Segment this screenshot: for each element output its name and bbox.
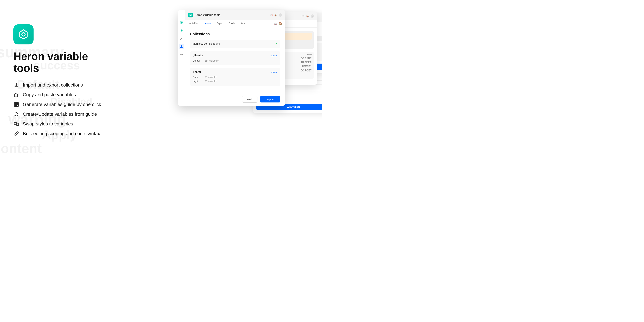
palette-update-btn[interactable]: update [271, 54, 278, 57]
success-var-value: DCFCE7 [301, 69, 312, 72]
home-icon-guide: 🏠 [306, 15, 309, 18]
svg-rect-3 [14, 122, 16, 124]
info-var-value: DBEAFE [301, 57, 312, 60]
feature-text-swap: Swap styles to variables [23, 121, 73, 126]
window-content-main: Collections Manifest.json file found ✓ _… [185, 27, 285, 93]
feature-text-import-export: Import and export collections [23, 82, 83, 88]
feature-item-guide: Generate variables guide by one click [14, 102, 107, 108]
feature-item-copy-paste: Copy and paste variables [14, 92, 107, 98]
palette-collection-block: _Palette update Default 264 variables [190, 51, 280, 66]
book-icon-guide: 📖 [302, 15, 304, 18]
right-panel: able tools 📖 🏠 ✕ port Export Guide Swap … [121, 0, 322, 161]
window-actions-guide: 📖 🏠 ✕ [302, 14, 314, 18]
sidebar-icon-lightning[interactable] [179, 28, 184, 33]
nav-home-icon: 🏠 [279, 22, 282, 25]
swap-icon [14, 121, 20, 127]
feature-text-copy-paste: Copy and paste variables [23, 92, 76, 98]
palette-default-count: 264 variables [204, 59, 218, 62]
left-panel: Heron variable tools Import and export c… [7, 0, 114, 161]
sidebar-icon-tool[interactable] [179, 36, 184, 41]
sidebar-icon-variables[interactable] [179, 20, 184, 25]
book-icon-main: 📖 [270, 14, 272, 16]
plugin-icon-main [188, 13, 193, 18]
sidebar-icon-json[interactable]: JSON [179, 52, 184, 57]
feature-list: Import and export collections Copy and p… [14, 82, 107, 137]
feature-text-create-update: Create/Update variables from guide [23, 112, 97, 117]
window-actions-main: 📖 🏠 ✕ [270, 14, 282, 17]
theme-dark-count: 55 variables [204, 76, 217, 78]
book-icon [14, 102, 20, 108]
feature-item-bulk: Bulk editing scoping and code syntax [14, 131, 107, 137]
feature-item-import-export: Import and export collections [14, 82, 107, 88]
manifest-found-row: Manifest.json file found ✓ [190, 40, 280, 48]
sidebar-icon-import[interactable] [179, 44, 184, 49]
theme-collection-header: Theme update [193, 70, 278, 74]
nav-tab-import[interactable]: Import [203, 20, 212, 27]
manifest-status-text: Manifest.json file found [192, 42, 220, 45]
feature-text-bulk: Bulk editing scoping and code syntax [23, 131, 100, 136]
palette-collection-header: _Palette update [193, 54, 278, 57]
collections-section-title: Collections [190, 32, 280, 36]
theme-light-mode: Light 55 variables [193, 79, 278, 83]
warning-var-value: FFEDD5 [301, 61, 312, 64]
svg-point-7 [190, 15, 191, 16]
app-title: Heron variable tools [14, 50, 107, 74]
feature-text-guide: Generate variables guide by one click [23, 102, 101, 107]
window-title-left-main: Heron variable tools [188, 13, 220, 18]
value-col-header: Value [307, 54, 312, 56]
theme-dark-mode-name: Dark [193, 76, 203, 78]
nav-tab-export[interactable]: Export [216, 20, 224, 27]
window-footer-main: Back Import [185, 93, 285, 106]
edit-icon [14, 131, 20, 137]
home-icon-main: 🏠 [274, 14, 277, 16]
nav-tab-variables[interactable]: Variables [188, 20, 199, 27]
theme-light-count: 55 variables [204, 80, 217, 82]
nav-tab-guide[interactable]: Guide [228, 20, 236, 27]
sidebar-icon-panel: JSON [178, 10, 185, 106]
app-logo [14, 24, 34, 44]
main-window-body: Heron variable tools 📖 🏠 ✕ Variables Imp… [185, 10, 285, 106]
theme-collection-name: Theme [193, 70, 202, 74]
feature-item-swap: Swap styles to variables [14, 121, 107, 127]
palette-default-mode-name: Default [193, 59, 203, 62]
palette-collection-name: _Palette [193, 54, 203, 57]
svg-point-0 [22, 33, 25, 36]
theme-dark-mode: Dark 55 variables [193, 75, 278, 79]
svg-rect-1 [14, 94, 18, 97]
close-button-main[interactable]: ✕ [279, 14, 282, 17]
import-button[interactable]: Import [260, 96, 280, 102]
palette-default-mode: Default 264 variables [193, 59, 278, 63]
nav-tab-swap[interactable]: Swap [240, 20, 247, 27]
window-title-main: Heron variable tools [194, 14, 220, 16]
nav-right-icons-main: 📖 🏠 [274, 22, 282, 25]
theme-update-btn[interactable]: update [271, 71, 278, 73]
feature-item-create-update: Create/Update variables from guide [14, 111, 107, 117]
manifest-check-icon: ✓ [275, 42, 278, 46]
theme-light-mode-name: Light [193, 80, 203, 82]
plugin-window-main: JSON Heron variable tools 📖 🏠 [178, 10, 285, 106]
close-button-guide[interactable]: ✕ [310, 14, 314, 18]
nav-book-icon: 📖 [274, 22, 277, 25]
refresh-icon [14, 111, 20, 117]
copy-icon [14, 92, 20, 98]
window-nav-main: Variables Import Export Guide Swap 📖 🏠 [185, 20, 285, 27]
theme-collection-block: Theme update Dark 55 variables Light 55 … [190, 68, 280, 86]
download-icon [14, 82, 20, 88]
error-var-value: FEE2E2 [302, 65, 312, 68]
svg-rect-4 [16, 123, 18, 126]
svg-point-6 [181, 22, 182, 23]
back-button[interactable]: Back [242, 96, 258, 103]
window-titlebar-main: Heron variable tools 📖 🏠 ✕ [185, 10, 285, 20]
